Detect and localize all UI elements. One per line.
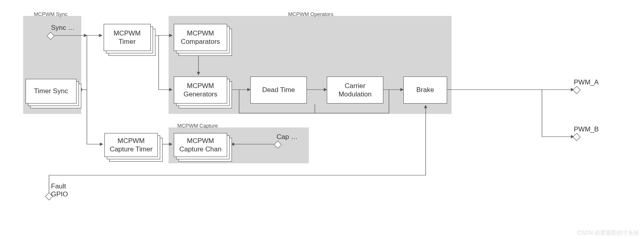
watermark: CSDN @爱摄影的寸头怪 [577, 229, 639, 237]
block-timer-label: MCPWM Timer [114, 29, 141, 46]
region-label-capture: MCPWM Capture [177, 123, 218, 129]
block-cap-chan: MCPWM Capture Chan [174, 133, 227, 157]
port-cap-label: Cap … [277, 133, 298, 141]
block-brake-label: Brake [416, 86, 434, 94]
block-generators: MCPWM Generators [174, 76, 227, 104]
port-pwm-b-icon [573, 133, 581, 141]
block-carrier-label: Carrier Modulation [338, 82, 371, 99]
block-timer-sync: Timer Sync [26, 79, 77, 104]
block-generators-label: MCPWM Generators [183, 82, 217, 99]
block-dead-time-label: Dead Time [262, 86, 295, 94]
block-carrier: Carrier Modulation [327, 76, 383, 104]
block-cap-timer: MCPWM Capture Timer [104, 133, 158, 157]
block-timer-sync-label: Timer Sync [34, 87, 68, 95]
region-label-sync: MCPWM Sync [34, 11, 68, 17]
block-cap-timer-label: MCPWM Capture Timer [110, 137, 153, 154]
block-timer: MCPWM Timer [104, 24, 151, 51]
block-dead-time: Dead Time [250, 76, 307, 104]
port-pwm-b-label: PWM_B [574, 125, 599, 133]
region-label-operators: MCPWM Operators [288, 11, 333, 17]
port-pwm-a-label: PWM_A [574, 78, 599, 86]
block-comparators-label: MCPWM Comparators [181, 29, 220, 46]
block-comparators: MCPWM Comparators [174, 24, 227, 51]
block-cap-chan-label: MCPWM Capture Chan [179, 137, 222, 154]
port-fault-label: Fault GPIO [51, 182, 68, 198]
port-pwm-a-icon [573, 86, 581, 94]
block-brake: Brake [403, 76, 447, 104]
port-sync-label: Sync … [51, 24, 75, 32]
